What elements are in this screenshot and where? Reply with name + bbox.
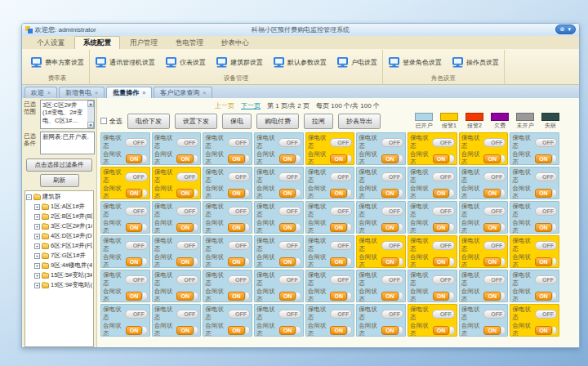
room-card[interactable]: 3001-5 王枫桥 690.48元 保电状态 OFF 合闸状态 ON [408,270,457,302]
switch-toggle-track[interactable] [348,326,352,335]
protect-off-toggle[interactable]: OFF [330,207,352,216]
room-card[interactable]: 3013 王欣~ 97.81元 保电状态 OFF 合闸状态 ON [408,304,457,337]
room-card[interactable]: 1008 曹温跃 331.08元 保电状态 OFF 合闸状态 ON [203,132,252,165]
switch-on-toggle[interactable]: ON [483,326,501,335]
room-card[interactable]: 2050 贵齐放 190.22元 保电状态 OFF 合闸状态 ON [152,270,202,302]
switch-toggle-track[interactable] [194,257,198,266]
switch-toggle-track[interactable] [399,292,403,301]
action-button-保电[interactable]: 保电 [222,114,252,129]
action-button-设置下发[interactable]: 设置下发 [175,114,217,129]
tree-item[interactable]: +2区:B区1#井(B区1# [26,212,92,221]
switch-on-toggle[interactable]: ON [330,292,347,301]
tree-item[interactable]: +15区:5#变站(3#变 [26,271,92,279]
protect-off-toggle[interactable]: OFF [483,207,506,216]
protect-off-toggle[interactable]: OFF [381,172,403,181]
expand-icon[interactable]: + [34,234,40,239]
switch-toggle-track[interactable] [450,189,454,198]
scope-scrollbar[interactable]: ▲ ▼ [87,100,94,128]
protect-off-toggle[interactable]: OFF [483,138,506,147]
room-card[interactable]: 3001-6 孙长争~ 293.15元 保电状态 OFF 合闸状态 ON [459,270,509,302]
switch-toggle-track[interactable] [399,189,403,198]
doc-tab-客户记录查询[interactable]: 客户记录查询× [154,87,212,98]
close-tab-icon[interactable]: × [142,90,145,96]
protect-off-toggle[interactable]: OFF [535,138,557,147]
protect-off-toggle[interactable]: OFF [432,275,454,284]
room-card[interactable]: 1127 王谦~ 5.83元 保电状态 OFF 合闸状态 ON [305,132,355,165]
protect-off-toggle[interactable]: OFF [176,172,198,181]
room-card[interactable]: 3001-1 高雄 238.37元 保电状态 OFF 合闸状态 ON [356,270,406,302]
switch-on-toggle[interactable]: ON [176,326,194,335]
scroll-down-icon[interactable]: ▼ [87,122,94,128]
close-tab-icon[interactable]: × [47,90,51,96]
expand-icon[interactable]: + [34,273,40,279]
switch-on-toggle[interactable]: ON [279,292,296,301]
ribbon-tab-个人设置[interactable]: 个人设置 [29,37,73,49]
switch-toggle-track[interactable] [501,257,506,266]
switch-toggle-track[interactable] [143,326,147,335]
protect-off-toggle[interactable]: OFF [483,172,506,181]
room-card[interactable]: 1132 比志强.. 36.37元 保电状态 OFF 合闸状态 ON [100,167,150,199]
switch-on-toggle[interactable]: ON [381,257,399,266]
room-card[interactable]: 1148-2 汪清~ 568.35元 保电状态 OFF 合闸状态 ON [459,167,509,199]
switch-toggle-track[interactable] [246,154,250,163]
expand-icon[interactable]: + [34,224,40,230]
protect-off-toggle[interactable]: OFF [176,207,198,216]
switch-on-toggle[interactable]: ON [176,257,194,266]
switch-on-toggle[interactable]: ON [176,223,194,232]
room-card[interactable]: 1264 刘晓师.. 57.30元 保电状态 OFF 合闸状态 ON [100,235,150,268]
switch-on-toggle[interactable]: ON [433,154,450,163]
scroll-up-icon[interactable]: ▲ [87,100,94,107]
protect-off-toggle[interactable]: OFF [125,275,147,284]
switch-toggle-track[interactable] [553,189,557,198]
protect-off-toggle[interactable]: OFF [330,310,352,319]
protect-off-toggle[interactable]: OFF [535,241,557,250]
condition-box[interactable]: 新网表:已开户表. [40,132,95,154]
protect-off-toggle[interactable]: OFF [535,172,557,181]
room-card[interactable]: 1145 李瑾先~ 1542.30.. 保电状态 OFF 合闸状态 ON [254,167,304,199]
ribbon-button-通讯管理机设置[interactable]: 通讯管理机设置 [93,56,157,69]
protect-off-toggle[interactable]: OFF [228,241,250,250]
switch-on-toggle[interactable]: ON [483,189,501,198]
switch-on-toggle[interactable]: ON [433,292,450,301]
protect-off-toggle[interactable]: OFF [278,310,301,319]
switch-on-toggle[interactable]: ON [330,189,347,198]
protect-off-toggle[interactable]: OFF [228,275,250,284]
switch-on-toggle[interactable]: ON [176,292,194,301]
switch-on-toggle[interactable]: ON [483,154,501,163]
switch-on-toggle[interactable]: ON [279,189,296,198]
protect-off-toggle[interactable]: OFF [278,207,301,216]
room-card[interactable]: 3004 许瑾 2276.71.. 保电状态 OFF 合闸状态 ON [100,304,150,337]
protect-off-toggle[interactable]: OFF [228,172,250,181]
close-tab-icon[interactable]: × [95,90,98,96]
ribbon-button-默认参数设置[interactable]: 默认参数设置 [271,56,328,69]
room-card[interactable]: 2144 李瑾先 870.62元 保电状态 OFF 合闸状态 ON [203,270,252,302]
choose-filter-button[interactable]: 点击选择过滤条件 [26,158,92,172]
action-button-电价下发[interactable]: 电价下发 [127,114,170,129]
room-card[interactable]: 1146 谢明~ 876.12元 保电状态 OFF 合闸状态 ON [305,167,355,199]
protect-off-toggle[interactable]: OFF [176,138,198,147]
room-card[interactable]: 2017 张大师 121.40元 保电状态 OFF 合闸状态 ON [459,235,509,268]
switch-on-toggle[interactable]: ON [228,257,245,266]
protect-off-toggle[interactable]: OFF [381,138,403,147]
switch-toggle-track[interactable] [399,326,403,335]
protect-off-toggle[interactable]: OFF [330,172,352,181]
switch-toggle-track[interactable] [296,154,301,163]
tree-item[interactable]: +9区:4#楼电井(4#楼 [26,261,92,270]
switch-on-toggle[interactable]: ON [535,292,552,301]
switch-toggle-track[interactable] [553,326,557,335]
switch-toggle-track[interactable] [553,223,557,232]
switch-on-toggle[interactable]: ON [176,189,194,198]
switch-toggle-track[interactable] [553,292,557,301]
tree-item[interactable]: +7区:G区1#井 [26,252,92,260]
room-card[interactable]: 1133 田井燕 9.78元 保电状态 OFF 合闸状态 ON [152,167,202,199]
protect-off-toggle[interactable]: OFF [330,275,352,284]
room-card[interactable]: 1263 桂妹香 184.45元 保电状态 OFF 合闸状态 ON [510,201,559,234]
protect-off-toggle[interactable]: OFF [176,241,198,250]
switch-on-toggle[interactable]: ON [381,223,399,232]
switch-on-toggle[interactable]: ON [433,223,450,232]
doc-tab-新增售电[interactable]: 新增售电× [59,87,105,98]
protect-off-toggle[interactable]: OFF [381,275,403,284]
switch-on-toggle[interactable]: ON [176,154,194,163]
switch-toggle-track[interactable] [450,154,454,163]
switch-on-toggle[interactable]: ON [381,326,399,335]
